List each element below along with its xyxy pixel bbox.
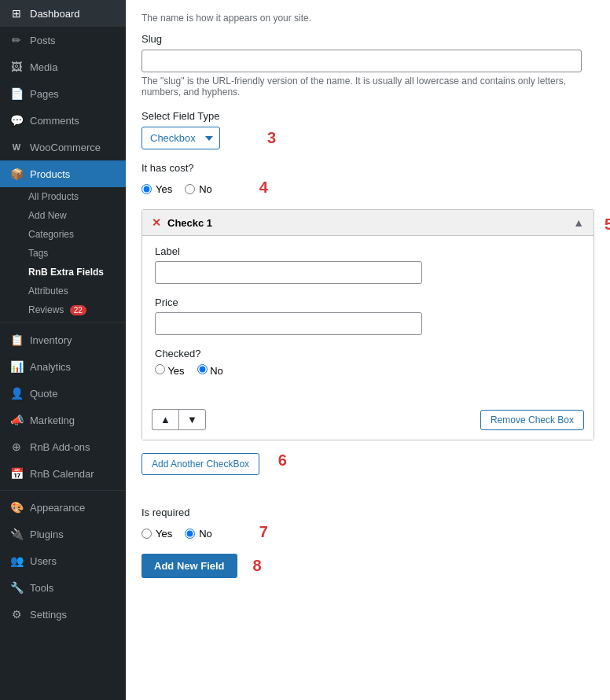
sub-all-products[interactable]: All Products xyxy=(9,187,126,206)
sidebar-item-analytics[interactable]: 📊 Analytics xyxy=(0,353,126,380)
sidebar-label-comments: Comments xyxy=(30,115,79,127)
sidebar-item-woocommerce[interactable]: W WooCommerce xyxy=(0,134,126,160)
step-5: 5 xyxy=(604,216,610,234)
step-7: 7 xyxy=(259,523,268,541)
sidebar-label-appearance: Appearance xyxy=(30,502,85,514)
arrow-group: ▲ ▼ xyxy=(152,409,206,430)
slug-label: Slug xyxy=(141,33,594,45)
label-field: Label xyxy=(155,245,581,284)
add-new-field-button[interactable]: Add New Field xyxy=(141,554,237,578)
sidebar-item-rnb-addons[interactable]: ⊕ RnB Add-ons xyxy=(0,433,126,460)
sidebar-item-marketing[interactable]: 📣 Marketing xyxy=(0,407,126,433)
checked-no-radio[interactable] xyxy=(197,364,208,374)
reviews-label: Reviews xyxy=(28,304,64,315)
checkbox-card-wrapper: 5 ✕ Checkc 1 ▲ Label Price xyxy=(141,209,594,440)
has-cost-no-label: No xyxy=(199,183,212,195)
add-another-wrapper: Add Another CheckBox 6 xyxy=(141,453,594,491)
sidebar-item-rnb-calendar[interactable]: 📅 RnB Calendar xyxy=(0,460,126,487)
move-up-button[interactable]: ▲ xyxy=(152,409,178,430)
sidebar-item-quote[interactable]: 👤 Quote xyxy=(0,380,126,407)
quote-icon: 👤 xyxy=(9,386,24,400)
slug-input[interactable] xyxy=(141,50,582,72)
step-4: 4 xyxy=(259,179,268,197)
add-another-checkbox-button[interactable]: Add Another CheckBox xyxy=(141,453,259,475)
sidebar-label-tools: Tools xyxy=(30,582,53,594)
checkbox-card-header: ✕ Checkc 1 ▲ xyxy=(142,210,593,236)
sidebar-item-media[interactable]: 🖼 Media xyxy=(0,53,126,80)
sidebar-item-settings[interactable]: ⚙ Settings xyxy=(0,601,126,628)
has-cost-no[interactable]: No xyxy=(185,183,212,195)
move-down-button[interactable]: ▼ xyxy=(178,409,206,430)
close-checkbox-button[interactable]: ✕ xyxy=(152,216,161,229)
name-description: The name is how it appears on your site. xyxy=(141,13,594,24)
sidebar-label-rnb-calendar: RnB Calendar xyxy=(30,468,94,480)
step-3: 3 xyxy=(267,129,276,147)
checked-label: Checked? xyxy=(155,348,581,359)
is-required-yes-label: Yes xyxy=(156,528,172,540)
price-field-label: Price xyxy=(155,297,581,308)
sidebar-label-media: Media xyxy=(30,61,57,73)
field-type-dropdown[interactable]: Checkbox Text Dropdown Radio xyxy=(141,127,220,149)
sub-rnb-extra-fields[interactable]: RnB Extra Fields xyxy=(9,263,126,282)
sub-reviews[interactable]: Reviews 22 xyxy=(9,300,126,319)
slug-description: The "slug" is the URL-friendly version o… xyxy=(141,76,594,98)
checked-field: Checked? Yes No xyxy=(155,348,581,381)
sidebar-item-users[interactable]: 👥 Users xyxy=(0,547,126,574)
sidebar-label-dashboard: Dashboard xyxy=(30,8,80,20)
sub-tags[interactable]: Tags xyxy=(9,244,126,263)
sidebar-label-plugins: Plugins xyxy=(30,529,64,540)
is-required-no[interactable]: No xyxy=(185,528,212,540)
sidebar-item-products[interactable]: 📦 Products xyxy=(0,160,126,187)
step-6: 6 xyxy=(278,451,287,469)
sidebar-item-dashboard[interactable]: ⊞ Dashboard xyxy=(0,0,126,27)
sidebar-label-users: Users xyxy=(30,555,57,567)
label-input[interactable] xyxy=(155,261,422,284)
collapse-button[interactable]: ▲ xyxy=(573,216,584,229)
sidebar-label-products: Products xyxy=(30,168,70,180)
has-cost-row: It has cost? Yes No 4 xyxy=(141,162,594,197)
select-field-type-row: Select Field Type Checkbox Text Dropdown… xyxy=(141,110,594,149)
appearance-icon: 🎨 xyxy=(9,500,24,514)
is-required-yes[interactable]: Yes xyxy=(141,528,172,540)
remove-checkbox-button[interactable]: Remove Check Box xyxy=(480,410,584,430)
sidebar-label-inventory: Inventory xyxy=(30,334,72,346)
has-cost-no-radio[interactable] xyxy=(185,184,195,194)
is-required-no-radio[interactable] xyxy=(185,529,195,539)
has-cost-label: It has cost? xyxy=(141,162,594,174)
has-cost-yes[interactable]: Yes xyxy=(141,183,172,195)
sidebar-label-woocommerce: WooCommerce xyxy=(30,142,101,153)
has-cost-yes-radio[interactable] xyxy=(141,184,152,194)
reviews-badge: 22 xyxy=(70,305,86,315)
sidebar-label-rnb-addons: RnB Add-ons xyxy=(30,441,90,453)
has-cost-yes-label: Yes xyxy=(156,183,172,195)
checkbox-card-body: Label Price Checked? Yes xyxy=(142,236,593,403)
comments-icon: 💬 xyxy=(9,113,24,127)
checked-radio-group: Yes No xyxy=(155,364,581,381)
main-content: The name is how it appears on your site.… xyxy=(126,0,610,700)
sidebar-item-plugins[interactable]: 🔌 Plugins xyxy=(0,521,126,547)
sub-categories[interactable]: Categories xyxy=(9,225,126,244)
sub-add-new[interactable]: Add New xyxy=(9,206,126,225)
rnb-calendar-icon: 📅 xyxy=(9,466,24,481)
checkbox-card-header-left: ✕ Checkc 1 xyxy=(152,216,212,229)
sidebar-item-inventory[interactable]: 📋 Inventory xyxy=(0,326,126,353)
price-input[interactable] xyxy=(155,312,422,335)
is-required-yes-radio[interactable] xyxy=(141,529,152,539)
sidebar-item-comments[interactable]: 💬 Comments xyxy=(0,107,126,134)
label-field-label: Label xyxy=(155,245,581,257)
tools-icon: 🔧 xyxy=(9,580,24,595)
plugins-icon: 🔌 xyxy=(9,527,24,541)
rnb-addons-icon: ⊕ xyxy=(9,440,24,454)
checked-yes-radio[interactable] xyxy=(155,364,165,374)
pages-icon: 📄 xyxy=(9,87,24,101)
checkbox-card: ✕ Checkc 1 ▲ Label Price Checked xyxy=(141,209,594,440)
sidebar-item-pages[interactable]: 📄 Pages xyxy=(0,80,126,107)
checked-no[interactable]: No xyxy=(197,364,223,377)
sidebar-item-posts[interactable]: ✏ Posts xyxy=(0,27,126,53)
is-required-row: Is required Yes No 7 xyxy=(141,507,594,541)
sidebar-item-appearance[interactable]: 🎨 Appearance xyxy=(0,494,126,521)
sidebar: ⊞ Dashboard ✏ Posts 🖼 Media 📄 Pages 💬 Co… xyxy=(0,0,126,700)
sub-attributes[interactable]: Attributes xyxy=(9,282,126,300)
sidebar-item-tools[interactable]: 🔧 Tools xyxy=(0,574,126,601)
checked-yes[interactable]: Yes xyxy=(155,364,185,377)
